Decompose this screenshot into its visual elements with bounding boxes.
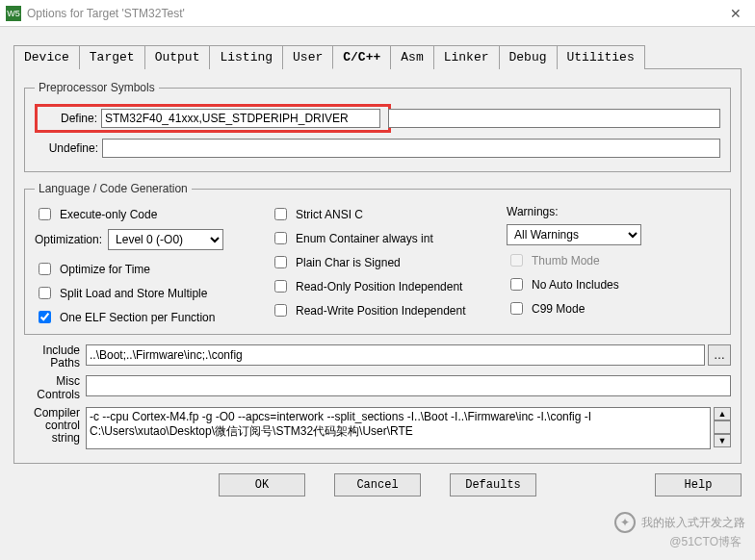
optimization-select[interactable]: Level 0 (-O0) xyxy=(108,229,223,250)
include-paths-label: Include Paths xyxy=(24,344,80,369)
split-load-checkbox[interactable]: Split Load and Store Multiple xyxy=(35,284,261,302)
preprocessor-legend: Preprocessor Symbols xyxy=(35,81,159,94)
tab-linker[interactable]: Linker xyxy=(433,45,500,69)
no-auto-inc-checkbox[interactable]: No Auto Includes xyxy=(507,275,720,293)
preprocessor-group: Preprocessor Symbols Define: Undefine: xyxy=(24,81,731,172)
help-button[interactable]: Help xyxy=(655,473,742,496)
scroll-up-icon[interactable]: ▲ xyxy=(714,407,731,420)
thumb-mode-checkbox: Thumb Mode xyxy=(507,251,720,269)
tab-debug[interactable]: Debug xyxy=(499,45,558,69)
enum-container-checkbox[interactable]: Enum Container always int xyxy=(271,229,497,247)
app-icon: W5 xyxy=(6,6,21,21)
warnings-label: Warnings: xyxy=(507,205,720,218)
undefine-label: Undefine: xyxy=(35,141,98,155)
strict-ansi-checkbox[interactable]: Strict ANSI C xyxy=(271,205,497,223)
define-input-ext[interactable] xyxy=(388,109,720,128)
watermark-sub: @51CTO博客 xyxy=(669,534,742,550)
include-browse-button[interactable]: … xyxy=(708,344,731,366)
plain-char-checkbox[interactable]: Plain Char is Signed xyxy=(271,253,497,271)
rw-pos-checkbox[interactable]: Read-Write Position Independent xyxy=(271,301,497,319)
misc-controls-input[interactable] xyxy=(86,375,731,396)
tab-target[interactable]: Target xyxy=(79,45,145,69)
close-icon[interactable]: ✕ xyxy=(722,6,749,21)
undefine-input[interactable] xyxy=(102,139,720,158)
titlebar: W5 Options for Target 'STM32Test' ✕ xyxy=(0,0,755,27)
defaults-button[interactable]: Defaults xyxy=(450,473,536,496)
tab-cpp[interactable]: C/C++ xyxy=(332,45,391,69)
language-legend: Language / Code Generation xyxy=(35,182,192,195)
ro-pos-checkbox[interactable]: Read-Only Position Independent xyxy=(271,277,497,295)
compiler-scroll[interactable]: ▲▼ xyxy=(714,407,731,447)
define-input[interactable] xyxy=(101,109,380,128)
watermark: ✦ 我的嵌入式开发之路 xyxy=(614,512,745,533)
wechat-icon: ✦ xyxy=(614,512,636,533)
language-group: Language / Code Generation Execute-only … xyxy=(24,182,731,335)
cancel-button[interactable]: Cancel xyxy=(334,473,421,496)
include-paths-input[interactable] xyxy=(86,344,705,366)
compiler-string-textarea[interactable]: -c --cpu Cortex-M4.fp -g -O0 --apcs=inte… xyxy=(86,407,711,449)
scroll-down-icon[interactable]: ▼ xyxy=(714,434,731,447)
c99-mode-checkbox[interactable]: C99 Mode xyxy=(507,299,720,318)
tab-device[interactable]: Device xyxy=(13,45,80,69)
optimization-label: Optimization: xyxy=(35,233,102,246)
ok-button[interactable]: OK xyxy=(219,473,305,496)
exec-only-checkbox[interactable]: Execute-only Code xyxy=(35,205,261,223)
warnings-select[interactable]: All Warnings xyxy=(507,224,641,245)
tab-listing[interactable]: Listing xyxy=(209,45,283,69)
tab-user[interactable]: User xyxy=(282,45,333,69)
tab-bar: Device Target Output Listing User C/C++ … xyxy=(13,44,742,69)
one-elf-checkbox[interactable]: One ELF Section per Function xyxy=(35,308,261,326)
tab-utilities[interactable]: Utilities xyxy=(557,45,645,69)
tab-asm[interactable]: Asm xyxy=(390,45,433,69)
define-label: Define: xyxy=(39,112,97,125)
tab-output[interactable]: Output xyxy=(144,45,211,69)
window-title: Options for Target 'STM32Test' xyxy=(27,7,185,20)
optimize-time-checkbox[interactable]: Optimize for Time xyxy=(35,260,261,278)
compiler-string-label: Compiler control string xyxy=(24,407,80,445)
misc-controls-label: Misc Controls xyxy=(24,375,80,400)
define-highlight: Define: xyxy=(35,104,391,133)
